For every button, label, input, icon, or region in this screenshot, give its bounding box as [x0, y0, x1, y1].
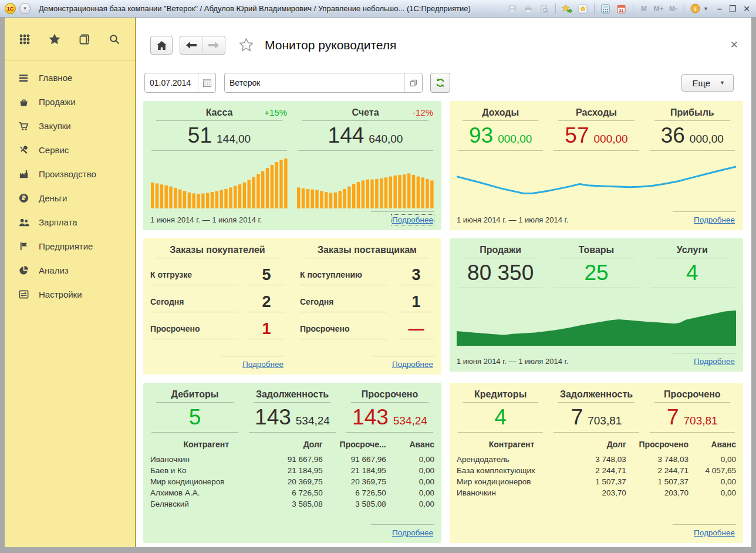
- details-link[interactable]: Подробнее: [694, 215, 735, 224]
- column-title: Заказы покупателей: [170, 245, 265, 255]
- table-row: Иваночкин203,70203,700,00: [457, 487, 736, 498]
- minimize-button[interactable]: –: [717, 4, 722, 14]
- stat-title: Продажи: [480, 245, 521, 255]
- calculator-icon[interactable]: [600, 3, 612, 15]
- debtors-debt-stat: Задолженность 143 534,24: [248, 389, 337, 433]
- orders-panel: Заказы покупателей К отгрузке 5 Сегодня …: [143, 238, 441, 375]
- system-menu-button[interactable]: ▼: [19, 3, 31, 14]
- company-field: [224, 73, 423, 93]
- date-picker-icon[interactable]: [198, 73, 215, 92]
- stat-title: Расходы: [576, 107, 617, 117]
- menu-icon: [18, 72, 29, 84]
- date-input[interactable]: [145, 73, 198, 92]
- cash-kassa-stat: Касса +15% 51 144,00: [150, 107, 288, 151]
- forward-button[interactable]: [203, 36, 225, 54]
- sidebar-item-settings[interactable]: Настройки: [5, 282, 135, 306]
- sidebar-item-label: Анализ: [39, 265, 69, 275]
- favorites-star-icon[interactable]: [48, 32, 62, 46]
- more-button[interactable]: Еще ▼: [681, 74, 734, 92]
- sidebar-item-label: Сервис: [39, 145, 69, 155]
- choose-value-icon[interactable]: [404, 73, 422, 92]
- table-row: Иваночкин91 667,9691 667,960,00: [150, 454, 434, 465]
- order-row: Сегодня 2: [150, 293, 285, 312]
- print-icon[interactable]: [522, 3, 534, 15]
- cash-accounts-bar-chart: [296, 156, 434, 208]
- chevron-down-icon[interactable]: ▼: [703, 6, 708, 12]
- details-link[interactable]: Подробнее: [392, 528, 433, 537]
- sidebar-item-salary[interactable]: Зарплата: [5, 210, 135, 234]
- calendar-icon[interactable]: 31: [616, 3, 627, 15]
- sales-panel: Продажи 80 350 Товары 25: [450, 238, 743, 372]
- stat-value-frac: 000,00: [498, 133, 532, 146]
- stat-title: Товары: [579, 245, 615, 255]
- flag-icon: [18, 241, 29, 252]
- details-link[interactable]: Подробнее: [242, 360, 284, 369]
- sidebar-item-label: Производство: [39, 169, 96, 179]
- details-link[interactable]: Подробнее: [694, 528, 735, 537]
- stat-title: Задолженность: [560, 389, 633, 399]
- creditors-count-stat: Кредиторы 4: [457, 389, 544, 433]
- info-icon[interactable]: i: [690, 3, 701, 15]
- order-row: Сегодня 1: [300, 293, 434, 312]
- back-button[interactable]: [180, 36, 203, 54]
- dashboard-grid: Касса +15% 51 144,00 Счета -12: [143, 101, 743, 543]
- table-row: Баев и Ко21 184,9521 184,950,00: [150, 465, 434, 476]
- favorites-icon[interactable]: [577, 3, 589, 15]
- history-icon[interactable]: [77, 32, 92, 46]
- column-header: Аванс: [693, 440, 736, 449]
- stat-value-int: 143: [352, 404, 389, 431]
- stat-value-int: 36: [661, 122, 685, 149]
- page-toolbar: Монитор руководителя: [150, 35, 751, 55]
- expenses-stat: Расходы 57 000,00: [552, 107, 640, 151]
- sidebar-item-production[interactable]: Производство: [5, 162, 135, 186]
- table-row: Мир кондиционеров1 507,371 507,370,00: [457, 476, 736, 487]
- cash-accounts-stat: Счета -12% 144 640,00: [296, 107, 434, 151]
- sidebar-item-enterprise[interactable]: Предприятие: [5, 234, 135, 258]
- income-line-chart: [457, 156, 736, 208]
- stat-value-frac: 703,81: [588, 414, 622, 427]
- stat-title: Кредиторы: [474, 389, 526, 399]
- back-arrow-icon: [186, 42, 197, 49]
- column-header: Просрочено: [631, 440, 689, 449]
- company-input[interactable]: [225, 73, 404, 92]
- order-row: Просрочено —: [300, 320, 434, 339]
- memory-add-button[interactable]: M+: [653, 5, 664, 13]
- refresh-button[interactable]: [430, 73, 450, 93]
- search-icon[interactable]: [107, 32, 122, 46]
- details-link[interactable]: Подробнее: [392, 360, 433, 369]
- details-link[interactable]: Подробнее: [694, 357, 735, 366]
- sections-grid-icon[interactable]: [18, 32, 32, 46]
- income-stat: Доходы 93 000,00: [457, 107, 544, 151]
- sidebar-item-money[interactable]: ₽ Деньги: [5, 186, 135, 210]
- close-button[interactable]: ✕: [743, 4, 750, 14]
- add-to-favorites-icon[interactable]: [561, 3, 573, 15]
- close-page-icon[interactable]: ✕: [730, 40, 738, 50]
- sidebar-item-purchases[interactable]: Закупки: [5, 114, 135, 138]
- sidebar-item-analysis[interactable]: Анализ: [5, 258, 135, 282]
- income-panel: Доходы 93 000,00 Расходы 57 000,: [450, 101, 743, 230]
- details-link[interactable]: Подробнее: [392, 215, 433, 224]
- sidebar-panel-switcher: [5, 18, 135, 61]
- cash-panel: Касса +15% 51 144,00 Счета -12: [143, 101, 441, 230]
- sidebar-item-service[interactable]: Сервис: [5, 138, 135, 162]
- save-icon[interactable]: [507, 3, 518, 15]
- memory-recall-button[interactable]: M: [639, 5, 649, 13]
- sales-stat: Продажи 80 350: [457, 244, 544, 288]
- sidebar-item-sales[interactable]: Продажи: [5, 90, 135, 114]
- maximize-button[interactable]: ❒: [729, 4, 737, 14]
- home-button[interactable]: [150, 36, 173, 55]
- stat-value-frac: 703,81: [684, 414, 718, 427]
- services-stat: Услуги 4: [649, 244, 736, 288]
- more-button-label: Еще: [693, 78, 711, 88]
- memory-subtract-button[interactable]: M-: [668, 5, 679, 13]
- print-preview-icon[interactable]: [538, 3, 550, 15]
- order-row: К поступлению 3: [300, 266, 434, 285]
- favorite-star-icon[interactable]: [238, 38, 254, 53]
- customer-orders-column: Заказы покупателей К отгрузке 5 Сегодня …: [150, 244, 285, 370]
- stat-value-int: 4: [686, 259, 698, 286]
- trend-badge: +15%: [264, 107, 287, 117]
- table-row: Арендодатель3 748,033 748,030,00: [457, 454, 736, 465]
- people-icon: [18, 217, 29, 228]
- cart-icon: [18, 120, 29, 132]
- sidebar-item-main[interactable]: Главное: [5, 66, 135, 90]
